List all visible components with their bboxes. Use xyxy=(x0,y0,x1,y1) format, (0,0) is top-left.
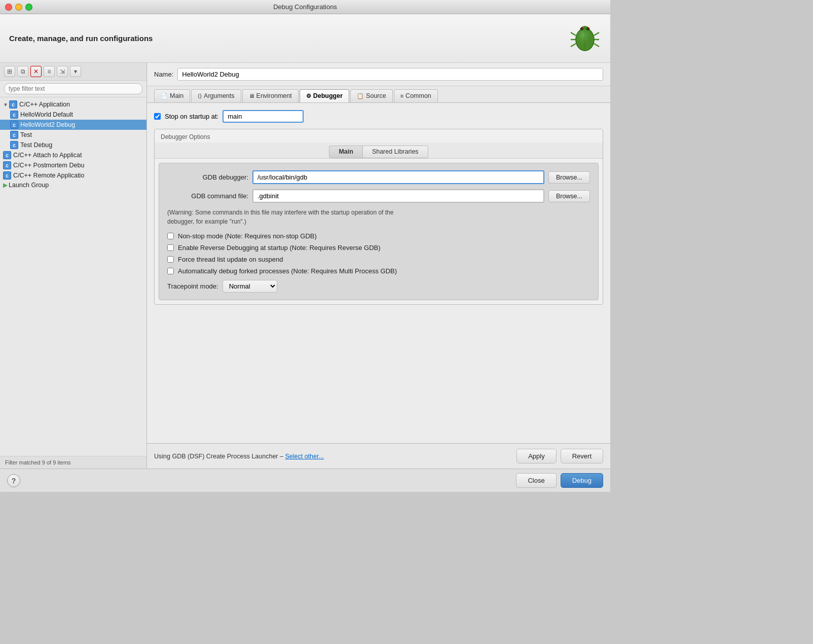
tracepoint-select[interactable]: Normal Fast Activated xyxy=(223,280,277,293)
sidebar-item-label: C/C++ Remote Applicatio xyxy=(13,172,84,179)
common-tab-icon: ≡ xyxy=(400,93,403,99)
sub-tab-shared-libraries-label: Shared Libraries xyxy=(372,148,419,155)
sidebar: ⊞ ⧉ ✕ ≡ ⇲ ▾ ▼ c C/C++ Application c xyxy=(0,63,147,469)
gdb-debugger-browse-button[interactable]: Browse... xyxy=(548,171,590,184)
debugger-options-label: Debugger Options xyxy=(155,129,603,142)
stop-startup-label[interactable]: Stop on startup at: xyxy=(165,113,218,120)
window-footer: ? Close Debug xyxy=(0,469,610,492)
stop-startup-row: Stop on startup at: xyxy=(154,110,603,123)
content-area: ⊞ ⧉ ✕ ≡ ⇲ ▾ ▼ c C/C++ Application c xyxy=(0,63,610,469)
sidebar-item-cpp-remote[interactable]: c C/C++ Remote Applicatio xyxy=(0,170,146,181)
help-button[interactable]: ? xyxy=(7,474,20,487)
header-title: Create, manage, and run configurations xyxy=(9,34,153,43)
gdb-debugger-row: GDB debugger: Browse... xyxy=(167,170,590,184)
copy-config-button[interactable]: ⧉ xyxy=(17,66,28,77)
sidebar-item-label: C/C++ Attach to Applicat xyxy=(13,152,82,159)
close-window-button[interactable] xyxy=(5,4,12,11)
tab-arguments[interactable]: ⟨⟩ Arguments xyxy=(191,89,241,102)
sidebar-item-label: Launch Group xyxy=(9,182,49,189)
force-thread-label[interactable]: Force thread list update on suspend xyxy=(178,256,283,263)
tab-debugger[interactable]: ⚙ Debugger xyxy=(300,89,349,102)
sidebar-toolbar: ⊞ ⧉ ✕ ≡ ⇲ ▾ xyxy=(0,63,146,81)
environment-tab-icon: 🖥 xyxy=(249,93,254,99)
tracepoint-label: Tracepoint mode: xyxy=(167,282,218,290)
close-button[interactable]: Close xyxy=(516,473,556,488)
debug-button[interactable]: Debug xyxy=(561,473,603,488)
tab-source[interactable]: 📋 Source xyxy=(350,89,393,102)
non-stop-checkbox[interactable] xyxy=(167,233,174,239)
sub-tab-main-label: Main xyxy=(339,148,353,155)
tab-label: Common xyxy=(405,92,431,99)
force-thread-checkbox[interactable] xyxy=(167,256,174,263)
arguments-tab-icon: ⟨⟩ xyxy=(198,93,202,99)
auto-fork-checkbox[interactable] xyxy=(167,268,174,274)
titlebar-buttons xyxy=(5,4,32,11)
gdb-command-browse-button[interactable]: Browse... xyxy=(548,190,590,202)
tab-label: Environment xyxy=(256,92,292,99)
cpp-icon: c xyxy=(9,100,17,109)
svg-line-7 xyxy=(594,32,599,35)
select-other-link[interactable]: Select other... xyxy=(285,453,323,460)
sub-tab-shared-libraries[interactable]: Shared Libraries xyxy=(362,146,428,158)
sidebar-item-label: HelloWorld2 Debug xyxy=(20,121,75,128)
sidebar-item-label: Test xyxy=(20,131,32,138)
expand-arrow-icon: ▼ xyxy=(3,102,8,108)
sidebar-item-test[interactable]: c Test xyxy=(0,130,146,140)
gdb-command-input[interactable] xyxy=(252,189,544,203)
gdb-debugger-label: GDB debugger: xyxy=(167,173,248,181)
sidebar-item-cpp-attach[interactable]: c C/C++ Attach to Applicat xyxy=(0,150,146,160)
sub-tab-main[interactable]: Main xyxy=(329,146,362,158)
debugger-tab-icon: ⚙ xyxy=(306,93,311,99)
reverse-debug-checkbox[interactable] xyxy=(167,244,174,251)
delete-config-button[interactable]: ✕ xyxy=(30,66,42,77)
sidebar-item-helloworld2-debug[interactable]: c HelloWorld2 Debug xyxy=(0,120,146,130)
non-stop-row: Non-stop mode (Note: Requires non-stop G… xyxy=(167,232,590,240)
revert-button[interactable]: Revert xyxy=(561,449,603,463)
auto-fork-label[interactable]: Automatically debug forked processes (No… xyxy=(178,267,397,275)
new-config-button[interactable]: ⊞ xyxy=(4,66,15,77)
expand-button[interactable]: ⇲ xyxy=(57,66,68,77)
tab-common[interactable]: ≡ Common xyxy=(394,89,438,102)
filter-button[interactable]: ≡ xyxy=(44,66,55,77)
name-label: Name: xyxy=(154,70,173,78)
name-row: Name: xyxy=(147,63,610,86)
cpp-icon: c xyxy=(10,121,18,129)
cpp-icon: c xyxy=(10,141,18,149)
tab-label: Main xyxy=(170,92,183,99)
sidebar-item-test-debug[interactable]: c Test Debug xyxy=(0,140,146,150)
svg-line-9 xyxy=(594,44,599,47)
svg-line-4 xyxy=(571,32,576,35)
non-stop-label[interactable]: Non-stop mode (Note: Requires non-stop G… xyxy=(178,232,317,240)
reverse-debug-label[interactable]: Enable Reverse Debugging at startup (Not… xyxy=(178,244,381,252)
launcher-text: Using GDB (DSF) Create Process Launcher … xyxy=(154,453,324,460)
svg-line-6 xyxy=(571,44,576,47)
window-header: Create, manage, and run configurations xyxy=(0,14,610,63)
sub-tabs: Main Shared Libraries xyxy=(155,142,603,159)
footer-buttons: Close Debug xyxy=(516,473,603,488)
filter-input[interactable] xyxy=(4,83,142,94)
tab-main[interactable]: 📄 Main xyxy=(154,89,190,102)
main-panel: Name: 📄 Main ⟨⟩ Arguments 🖥 Environment xyxy=(147,63,610,469)
gdb-debugger-input[interactable] xyxy=(252,170,544,184)
apply-button[interactable]: Apply xyxy=(516,449,557,463)
sidebar-item-cpp-postmortem[interactable]: c C/C++ Postmortem Debu xyxy=(0,160,146,170)
stop-startup-checkbox[interactable] xyxy=(154,113,161,120)
sidebar-search-container xyxy=(0,81,146,97)
warning-text: (Warning: Some commands in this file may… xyxy=(167,208,590,226)
sidebar-item-label: C/C++ Application xyxy=(19,101,70,108)
sidebar-item-cpp-app-group[interactable]: ▼ c C/C++ Application xyxy=(0,99,146,110)
bug-icon xyxy=(569,21,601,55)
tab-environment[interactable]: 🖥 Environment xyxy=(242,89,299,102)
config-content: Stop on startup at: Debugger Options Mai… xyxy=(147,103,610,443)
minimize-window-button[interactable] xyxy=(15,4,22,11)
stop-startup-input[interactable] xyxy=(223,110,304,123)
bottom-bar: Using GDB (DSF) Create Process Launcher … xyxy=(147,443,610,469)
window-title: Debug Configurations xyxy=(273,3,337,11)
source-tab-icon: 📋 xyxy=(357,93,364,99)
tab-label: Arguments xyxy=(204,92,234,99)
sidebar-item-launch-group[interactable]: ▶ Launch Group xyxy=(0,181,146,190)
sidebar-item-helloworld-default[interactable]: c HelloWorld Default xyxy=(0,110,146,120)
maximize-window-button[interactable] xyxy=(25,4,32,11)
config-name-input[interactable] xyxy=(177,68,603,81)
more-button[interactable]: ▾ xyxy=(70,66,81,77)
